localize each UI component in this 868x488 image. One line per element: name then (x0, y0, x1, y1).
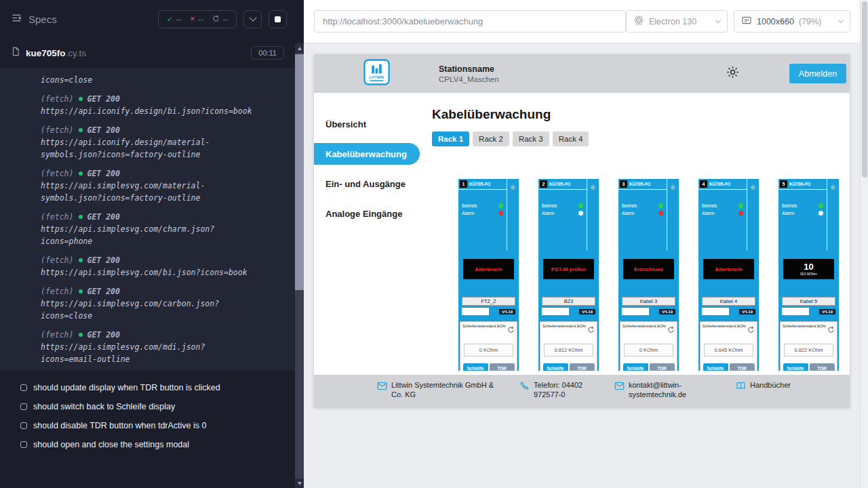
refresh-icon[interactable] (587, 324, 595, 336)
sidebar-item-kabelueberwachung[interactable]: Kabelüberwachung (314, 143, 420, 165)
aut-pane: Electron 130 1000x660 (79%) (304, 0, 860, 488)
card-main: 4 KÜ705-FO Betrieb Alarm (698, 179, 747, 250)
check-icon: ✓ (167, 15, 173, 24)
schleife-button[interactable]: Schleife (463, 363, 488, 371)
test-item[interactable]: should update display when TDR button is… (20, 378, 295, 397)
sidebar-item-ein-und-ausgaenge[interactable]: Ein- und Ausgänge (314, 169, 420, 199)
toolbar-right-group: Electron 130 1000x660 (79%) (626, 10, 850, 33)
status-display: PST-M prüfen (543, 259, 594, 279)
card-gear-icon[interactable] (750, 181, 756, 250)
log-entry[interactable]: (fetch)GET 200 https://api.simplesvg.com… (0, 325, 295, 369)
refresh-icon[interactable] (827, 324, 835, 336)
schleife-button[interactable]: Schleife (543, 363, 568, 371)
schleife-button[interactable]: Schleife (783, 363, 808, 371)
tdr-button[interactable]: TDR (490, 363, 515, 371)
log-entry[interactable]: (fetch)GET 200 https://api.simplesvg.com… (0, 164, 295, 207)
card-main: 5 KÜ706-FO Betrieb Alarm (778, 179, 827, 250)
tab-rack-1[interactable]: Rack 1 (432, 131, 469, 146)
card-gear-icon[interactable] (510, 181, 516, 250)
scroll-up-arrow[interactable] (295, 43, 304, 53)
stop-run-button[interactable] (269, 10, 287, 28)
sidebar-nav: Übersicht Kabelüberwachung Ein- und Ausg… (314, 93, 420, 375)
alarm-led (818, 211, 823, 216)
card-model: KÜ705-FO (469, 182, 490, 186)
schleife-button[interactable]: Schleife (623, 363, 648, 371)
viewport-size: 1000x660 (757, 17, 794, 26)
alarm-label: Alarm (782, 211, 794, 216)
log-method: (fetch) (41, 212, 73, 222)
test-item[interactable]: should switch back to Schleife display (20, 397, 295, 416)
collapse-runs-button[interactable] (243, 10, 262, 28)
scrollbar-thumb[interactable] (862, 1, 867, 178)
sidebar-item-analoge-eingaenge[interactable]: Analoge Eingänge (314, 199, 420, 228)
settings-gear-icon[interactable] (726, 65, 740, 82)
measurement-label: Schleifenwiderstand [kOhm] (703, 324, 746, 328)
betrieb-row: Betrieb (458, 203, 507, 208)
status-dot-icon (79, 215, 83, 219)
log-entry[interactable]: icons=close (0, 70, 295, 89)
alarm-led (658, 211, 663, 216)
log-entry[interactable]: (fetch)GET 200 https://api.iconify.desig… (0, 89, 295, 121)
tab-rack-4[interactable]: Rack 4 (553, 131, 589, 146)
tab-rack-3[interactable]: Rack 3 (513, 131, 549, 146)
runner-scrollbar[interactable] (295, 0, 304, 488)
spec-name: kue705fo.cy.ts (26, 48, 86, 58)
triangle-up-icon (298, 47, 302, 50)
test-item[interactable]: should disable TDR button when tdrActive… (20, 416, 295, 435)
tdr-button[interactable]: TDR (650, 363, 675, 371)
test-item[interactable]: should open and close the settings modal (20, 435, 295, 454)
test-stats-pill: ✓-- ×-- -- (158, 10, 237, 28)
version-spacer (782, 308, 809, 315)
log-entry[interactable]: (fetch)GET 200 https://api.simplesvg.com… (0, 282, 295, 325)
spec-file-row[interactable]: kue705fo.cy.ts 00:11 (0, 38, 295, 64)
betrieb-label: Betrieb (542, 203, 557, 208)
logout-button[interactable]: Abmelden (789, 64, 846, 83)
footer-email[interactable]: kontakt@littwin-systemtechnik.de (614, 380, 704, 407)
refresh-icon[interactable] (667, 324, 675, 336)
sidebar-item-uebersicht[interactable]: Übersicht (314, 109, 420, 139)
log-entry[interactable]: (fetch)GET 200 https://api.simplesvg.com… (0, 251, 295, 282)
spec-file-icon (11, 47, 20, 59)
cable-name: B23 (542, 297, 595, 306)
card-upper: 4 KÜ705-FO Betrieb Alarm (698, 179, 759, 250)
log-entry[interactable]: (fetch)GET 200 https://api.iconify.desig… (0, 121, 295, 164)
tab-rack-2[interactable]: Rack 2 (473, 131, 509, 146)
cable-name: Kabel 5 (782, 297, 835, 306)
card-gear-icon[interactable] (590, 181, 596, 250)
footer-phone[interactable]: Telefon: 04402 972577-0 (519, 380, 602, 407)
stop-icon (275, 16, 281, 22)
scrollbar-thumb[interactable] (295, 54, 304, 290)
card-gear-icon[interactable] (670, 181, 676, 250)
specs-menu-icon[interactable] (11, 12, 22, 26)
schleife-button[interactable]: Schleife (703, 363, 728, 371)
chevron-down-icon (838, 18, 844, 23)
card-side-column (827, 179, 839, 250)
refresh-icon[interactable] (747, 324, 755, 336)
browser-select[interactable]: Electron 130 (626, 10, 728, 33)
betrieb-row: Betrieb (618, 203, 667, 208)
page-scrollbar[interactable] (860, 0, 868, 488)
alarm-label: Alarm (702, 211, 714, 216)
tdr-button[interactable]: TDR (810, 363, 835, 371)
log-entry[interactable]: (fetch)GET 200 https://api.simplesvg.com… (0, 207, 295, 251)
refresh-icon[interactable] (507, 324, 515, 336)
measurement-value: 0 KOhm (464, 344, 513, 357)
url-input[interactable] (314, 10, 626, 33)
aut-stage: LITTWIN Stationsname CPLV4_Maschen Abmel… (304, 43, 860, 407)
log-url: icons=close (41, 74, 260, 86)
tdr-button[interactable]: TDR (570, 363, 595, 371)
station-info: Stationsname CPLV4_Maschen (439, 64, 499, 83)
measurement-panel: Schleifenwiderstand [kOhm] 0 KOhm Schlei… (620, 321, 677, 371)
status-dot-icon (79, 258, 83, 262)
littwin-logo: LITTWIN (363, 59, 390, 88)
footer-manuals[interactable]: Handbücher (736, 380, 791, 407)
tdr-button[interactable]: TDR (730, 363, 755, 371)
scroll-down-arrow[interactable] (295, 479, 304, 488)
card-gear-icon[interactable] (830, 181, 836, 250)
cable-name: Kabel 4 (702, 297, 755, 306)
device-cards-row: 1 KÜ705-FO Betrieb Alarm A (432, 179, 850, 371)
card-model: KÜ705-FO (549, 182, 570, 186)
card-side-column (667, 179, 679, 250)
viewport-select[interactable]: 1000x660 (79%) (734, 10, 850, 33)
cable-name: FTZ_2 (462, 297, 515, 306)
